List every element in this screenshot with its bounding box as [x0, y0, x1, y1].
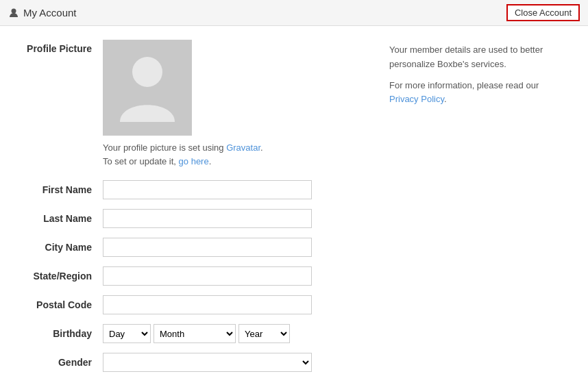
svg-point-0: [12, 8, 16, 13]
profile-picture-description: Your profile picture is set using Gravat…: [103, 141, 263, 168]
postal-code-row: Postal Code: [21, 295, 362, 314]
update-text-before: To set or update it,: [103, 156, 179, 166]
birthday-label: Birthday: [21, 328, 103, 339]
gender-label: Gender: [21, 357, 103, 368]
gravatar-text-before: Your profile picture is set using: [103, 142, 226, 153]
postal-code-input[interactable]: [103, 295, 312, 314]
avatar: [103, 40, 192, 136]
close-account-button[interactable]: Close Account: [506, 4, 580, 21]
profile-picture-row: Profile Picture Your profile picture is …: [21, 40, 362, 168]
birthday-row: Birthday Day for(let i=1;i<=31;i++) docu…: [21, 324, 362, 343]
birthday-year-select[interactable]: Year for(let y=new Date().getFullYear();…: [238, 324, 290, 343]
gravatar-link[interactable]: Gravatar: [226, 142, 260, 153]
avatar-silhouette-icon: [117, 50, 178, 125]
go-here-link[interactable]: go here: [179, 156, 209, 166]
member-details-text: Your member details are used to better p…: [389, 43, 567, 72]
privacy-policy-link[interactable]: Privacy Policy: [389, 94, 444, 104]
header: My Account Close Account: [0, 0, 588, 26]
left-section: Profile Picture Your profile picture is …: [21, 40, 362, 374]
last-name-input[interactable]: [103, 209, 312, 228]
svg-point-1: [132, 57, 162, 87]
header-title-area: My Account: [8, 7, 77, 18]
state-region-row: State/Region: [21, 266, 362, 286]
last-name-row: Last Name: [21, 209, 362, 228]
postal-code-label: Postal Code: [21, 299, 103, 310]
right-section: Your member details are used to better p…: [389, 40, 567, 374]
gravatar-text-after: .: [260, 142, 263, 153]
page-title: My Account: [23, 7, 77, 18]
main-content: Profile Picture Your profile picture is …: [0, 26, 588, 374]
first-name-input[interactable]: [103, 180, 312, 199]
city-name-row: City Name: [21, 238, 362, 257]
state-region-label: State/Region: [21, 271, 103, 282]
city-name-input[interactable]: [103, 238, 312, 257]
privacy-text-after: .: [444, 94, 447, 104]
state-region-input[interactable]: [103, 266, 312, 286]
privacy-info-text: For more information, please read our Pr…: [389, 79, 567, 108]
update-text-after: .: [209, 156, 212, 166]
birthday-month-select[interactable]: Month January February March April May J…: [154, 324, 236, 343]
birthday-selects: Day for(let i=1;i<=31;i++) document.writ…: [103, 324, 290, 343]
birthday-day-select[interactable]: Day for(let i=1;i<=31;i++) document.writ…: [103, 324, 151, 343]
privacy-text-before: For more information, please read our: [389, 80, 539, 90]
first-name-row: First Name: [21, 180, 362, 199]
city-name-label: City Name: [21, 242, 103, 253]
gender-row: Gender Male Female Other: [21, 353, 362, 372]
first-name-label: First Name: [21, 184, 103, 195]
user-icon: [8, 8, 19, 18]
profile-picture-label: Profile Picture: [21, 40, 103, 54]
last-name-label: Last Name: [21, 213, 103, 224]
gender-select[interactable]: Male Female Other: [103, 353, 312, 372]
profile-picture-container: Your profile picture is set using Gravat…: [103, 40, 263, 168]
